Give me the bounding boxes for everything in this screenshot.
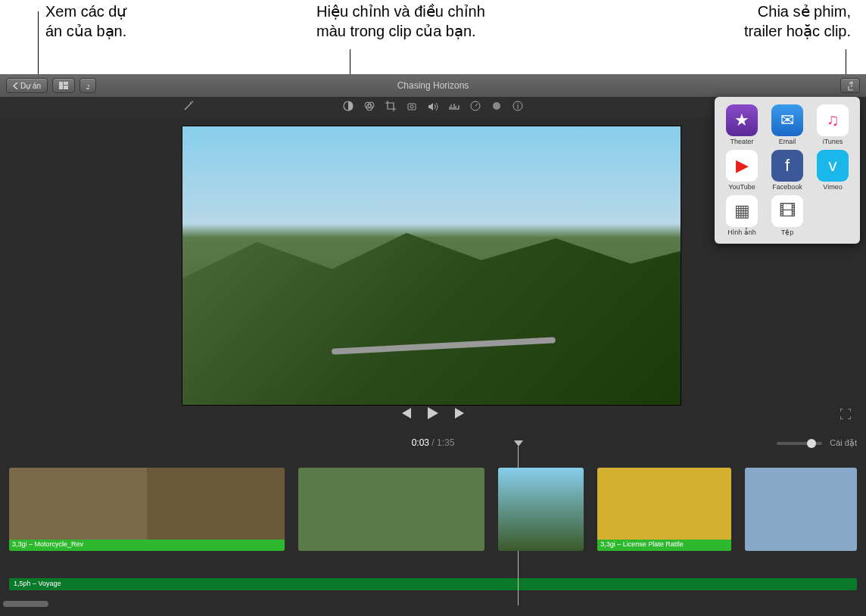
timeline[interactable]: 3,3gi – Motorcycle_Rev3,3gi – License Pl…: [0, 462, 866, 610]
info-icon[interactable]: i: [512, 101, 523, 114]
settings-button[interactable]: Cài đặt: [830, 438, 857, 448]
projects-back-button[interactable]: Dự án: [6, 78, 48, 93]
svg-rect-2: [64, 86, 68, 89]
zoom-thumb[interactable]: [807, 439, 816, 448]
svg-rect-7: [408, 104, 416, 110]
share-icon: 🎞: [771, 195, 803, 227]
annotation-layer: Xem các dự án của bạn. Hiệu chỉnh và điề…: [0, 0, 866, 74]
clip-thumbnail: [745, 468, 857, 551]
filter-icon[interactable]: [491, 101, 502, 114]
share-icon: ▦: [726, 195, 758, 227]
chevron-left-icon: [13, 82, 18, 89]
share-item-facebook[interactable]: fFacebook: [766, 150, 808, 191]
share-item-label: Tệp: [781, 229, 794, 236]
share-icon: f: [771, 150, 803, 182]
transport-controls: [400, 407, 466, 422]
time-sep: /: [429, 437, 437, 448]
clip-thumbnail: [298, 468, 484, 551]
share-icon: ▶: [726, 150, 758, 182]
share-item-label: Email: [779, 138, 796, 145]
total-time: 1:35: [437, 437, 454, 448]
share-icon: ♫: [817, 104, 849, 136]
share-icon: [847, 81, 853, 91]
magic-wand-icon[interactable]: [183, 101, 194, 114]
clip-thumbnail: [498, 468, 584, 551]
horizontal-scrollbar[interactable]: [3, 601, 48, 607]
share-icon: ✉: [771, 104, 803, 136]
share-item-label: Hình ảnh: [727, 229, 756, 236]
svg-text:i: i: [517, 102, 519, 110]
zoom-slider[interactable]: [777, 442, 822, 445]
stabilization-icon[interactable]: [407, 101, 417, 114]
clip-thumbnail: [147, 468, 285, 551]
share-item-label: Facebook: [772, 183, 802, 191]
svg-point-10: [493, 102, 500, 110]
share-popover: ★Theater✉Email♫iTunes▶YouTubefFacebookvV…: [715, 97, 860, 244]
anno-projects: Xem các dự án của bạn.: [45, 2, 126, 41]
noise-reduction-icon[interactable]: [449, 101, 459, 114]
adjustment-icons: i: [343, 101, 523, 114]
import-button[interactable]: [79, 78, 96, 93]
media-library-button[interactable]: [52, 78, 75, 93]
next-button[interactable]: [453, 408, 466, 422]
share-item-vimeo[interactable]: vVimeo: [811, 150, 854, 191]
crop-icon[interactable]: [385, 101, 396, 114]
clip-audio-label: 3,3gi – Motorcycle_Rev: [9, 540, 285, 551]
download-arrow-icon: [86, 82, 89, 89]
timeline-clip[interactable]: 3,3gi – License Plate Rattle: [597, 468, 731, 551]
clips-row: 3,3gi – Motorcycle_Rev3,3gi – License Pl…: [0, 462, 866, 560]
share-item-theater[interactable]: ★Theater: [721, 104, 763, 145]
color-correction-icon[interactable]: [364, 101, 375, 114]
share-item-itunes[interactable]: ♫iTunes: [811, 104, 854, 145]
anno-color: Hiệu chỉnh và điều chỉnh màu trong clip …: [316, 2, 485, 41]
share-item-label: iTunes: [823, 138, 843, 145]
project-title: Chasing Horizons: [397, 80, 469, 91]
video-preview[interactable]: [182, 126, 681, 406]
preview-content: [182, 224, 681, 405]
timeline-clip[interactable]: [745, 468, 857, 551]
anno-share: Chia sẻ phim, trailer hoặc clip.: [744, 2, 851, 41]
clip-thumbnail: [9, 468, 147, 551]
clip-thumbnail: [597, 468, 731, 551]
share-item-label: Vimeo: [823, 183, 842, 191]
share-item-youtube[interactable]: ▶YouTube: [721, 150, 763, 191]
share-button[interactable]: [840, 78, 860, 93]
share-icon: ★: [726, 104, 758, 136]
fullscreen-button[interactable]: [840, 409, 851, 422]
main-toolbar: Dự án Chasing Horizons: [0, 74, 866, 97]
timeline-clip[interactable]: [498, 468, 584, 551]
share-item-label: Theater: [730, 138, 753, 145]
share-item-label: YouTube: [728, 183, 755, 191]
library-icon: [59, 82, 68, 89]
time-display: 0:03 / 1:35: [412, 437, 455, 448]
prev-button[interactable]: [400, 408, 413, 422]
share-item-email[interactable]: ✉Email: [766, 104, 808, 145]
timeline-settings: Cài đặt: [777, 438, 857, 448]
svg-point-8: [410, 105, 413, 108]
clip-audio-label: 3,3gi – License Plate Rattle: [597, 540, 731, 551]
current-time: 0:03: [412, 437, 429, 448]
color-balance-icon[interactable]: [343, 101, 354, 114]
volume-icon[interactable]: [428, 101, 438, 114]
back-label: Dự án: [20, 82, 41, 90]
svg-rect-1: [64, 82, 68, 85]
imovie-window: Dự án Chasing Horizons i Đặt lại Tấ: [0, 74, 866, 616]
timeline-clip[interactable]: [298, 468, 484, 551]
share-item-tệp[interactable]: 🎞Tệp: [766, 195, 808, 236]
share-item-hình ảnh[interactable]: ▦Hình ảnh: [721, 195, 763, 236]
play-button[interactable]: [428, 407, 438, 422]
svg-rect-0: [59, 82, 63, 89]
timeline-clip[interactable]: 3,3gi – Motorcycle_Rev: [9, 468, 285, 551]
background-audio-track[interactable]: 1,5ph – Voyage: [9, 578, 857, 590]
share-icon: v: [817, 150, 849, 182]
speed-icon[interactable]: [470, 101, 481, 114]
